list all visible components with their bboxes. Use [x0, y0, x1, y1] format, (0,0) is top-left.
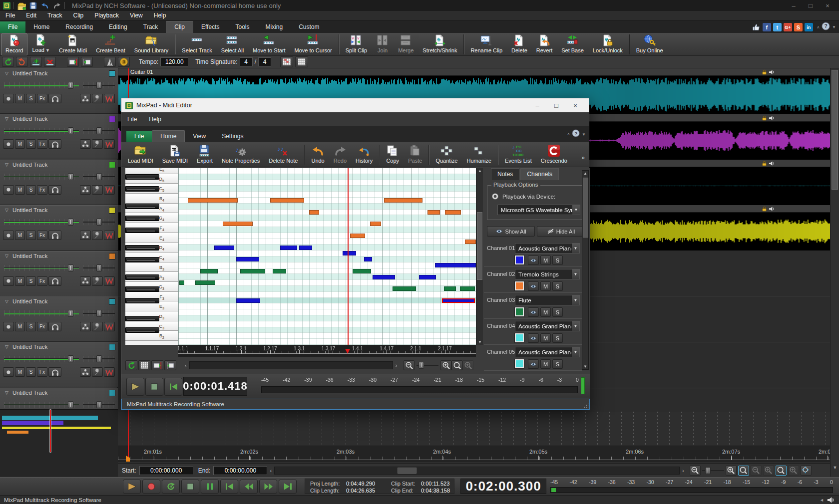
scroll-down-icon[interactable]: ▼ [476, 340, 483, 344]
midi-note[interactable] [444, 286, 456, 291]
piano-key-black[interactable] [125, 204, 159, 209]
load-button[interactable]: Load▼ [27, 33, 54, 55]
monitor-headphones-button[interactable] [48, 322, 61, 331]
channel-color-swatch[interactable] [515, 333, 524, 342]
collapse-ribbon-icon[interactable]: ˄ [817, 25, 820, 30]
midi-ruler[interactable]: 1.1.11.1.171.2.11.2.171.3.11.3.171.4.11.… [178, 345, 476, 357]
volume-slider[interactable] [4, 310, 79, 317]
track-color-swatch[interactable] [109, 253, 115, 259]
solo-button[interactable]: S [26, 185, 36, 195]
close-button[interactable]: × [819, 2, 836, 9]
volume-control[interactable]: ◄ [820, 496, 835, 504]
arm-record-button[interactable] [3, 322, 14, 331]
effects-chain-button[interactable] [80, 276, 91, 286]
menu-edit[interactable]: Edit [20, 11, 42, 20]
midi-tab-file[interactable]: File [126, 131, 152, 142]
stretch-shrink-button[interactable]: Stretch/Shrink [418, 33, 461, 55]
collapse-track-icon[interactable]: ▽ [5, 253, 8, 258]
pan-slider[interactable] [83, 173, 115, 180]
solo-button[interactable]: S [26, 276, 36, 286]
piano-keys[interactable]: E5D5C5B4A4G4F4E4D4C4B3A3G3F3E3D3C3B2 [125, 168, 178, 345]
midi-play-button[interactable] [126, 378, 144, 396]
channel-solo-button[interactable]: S [552, 333, 563, 343]
note-properties-button[interactable]: ♪Note Properties [217, 144, 264, 166]
scrollbar-thumb[interactable] [398, 468, 417, 474]
select-track-button[interactable]: Select Track [177, 33, 217, 55]
midi-note[interactable] [200, 269, 218, 273]
piano-key-B3[interactable]: B3 [125, 262, 178, 272]
zoom-out-h-button[interactable] [751, 466, 762, 476]
main-v-scrollbar[interactable]: ▼ [830, 68, 839, 477]
collapse-track-icon[interactable]: ▽ [5, 162, 8, 167]
pause-button[interactable] [201, 480, 219, 494]
create-midi-button[interactable]: Create Midi [54, 33, 91, 55]
channel-mute-button[interactable]: M [540, 359, 551, 369]
ribbon-tab-clip[interactable]: Clip [166, 21, 193, 33]
quick-redo-icon[interactable] [52, 1, 61, 9]
midi-note[interactable] [280, 246, 297, 250]
scroll-left-icon[interactable]: ‹ [182, 362, 189, 368]
show-all-button[interactable]: Show All [487, 226, 535, 237]
channel-solo-button[interactable]: S [552, 359, 563, 369]
volume-slider[interactable] [4, 173, 79, 180]
ribbon-tab-custom[interactable]: Custom [291, 21, 327, 33]
scroll-down-icon[interactable]: ▼ [582, 364, 588, 369]
select-all-button[interactable]: Select All [217, 33, 248, 55]
move-to-cursor-button[interactable]: Move to Cursor [290, 33, 337, 55]
ribbon-tab-recording[interactable]: Recording [57, 21, 101, 33]
channel-instrument-select[interactable]: Flute▼ [515, 295, 580, 305]
undo-button[interactable]: Undo [307, 144, 329, 166]
delete-button[interactable]: Delete [507, 33, 532, 55]
piano-roll-grid[interactable] [178, 168, 476, 345]
play-button[interactable] [123, 480, 141, 494]
midi-zoom-slider[interactable] [417, 362, 438, 369]
loop-playback-button[interactable] [125, 360, 137, 370]
channel-visibility-button[interactable] [528, 281, 539, 291]
channel-solo-button[interactable]: S [552, 281, 563, 291]
track-name[interactable]: Untitled Track [12, 390, 47, 396]
crescendo-button[interactable]: Crescendo [536, 144, 572, 166]
automation-button[interactable] [104, 367, 115, 377]
zoom-out-button[interactable] [404, 360, 415, 370]
fast-forward-button[interactable] [259, 480, 277, 494]
midi-note[interactable] [353, 269, 371, 273]
mute-button[interactable]: M [15, 276, 25, 286]
pan-slider[interactable] [83, 82, 115, 89]
menu-clip[interactable]: Clip [68, 11, 89, 20]
midi-note[interactable] [309, 210, 319, 215]
volume-slider[interactable] [4, 401, 79, 408]
channel-instrument-select[interactable]: Acoustic Grand Piano▼ [515, 321, 580, 331]
track-name[interactable]: Untitled Track [12, 162, 47, 168]
automation-button[interactable] [104, 185, 115, 195]
piano-key-black[interactable] [125, 216, 159, 221]
midi-note[interactable] [236, 298, 260, 303]
track-name[interactable]: Untitled Track [12, 207, 47, 213]
redo-small-button[interactable] [16, 57, 28, 67]
monitor-headphones-button[interactable] [48, 276, 61, 286]
fx-button[interactable]: Fx [37, 231, 47, 240]
solo-button[interactable]: S [26, 322, 36, 331]
lock-unlock-button[interactable]: Lock/Unlock [588, 33, 627, 55]
monitor-headphones-button[interactable] [48, 94, 61, 103]
track-color-swatch[interactable] [109, 298, 115, 305]
channel-mute-button[interactable]: M [540, 281, 551, 291]
midi-titlebar[interactable]: MixPad - Midi Editor – □ × [121, 98, 589, 112]
effects-chain-button[interactable] [80, 231, 91, 240]
fx-button[interactable]: Fx [37, 276, 47, 286]
scrollbar-thumb[interactable] [583, 178, 588, 238]
tools-wrench-button[interactable] [92, 139, 103, 149]
track-name[interactable]: Untitled Track [12, 344, 47, 350]
solo-button[interactable]: S [26, 231, 36, 240]
zoom-in-box-button[interactable] [776, 466, 787, 476]
grid-button[interactable] [295, 56, 308, 67]
menu-view[interactable]: View [124, 11, 148, 20]
tools-wrench-button[interactable] [92, 231, 103, 240]
revert-button[interactable]: Revert [532, 33, 557, 55]
piano-key-black[interactable] [125, 245, 159, 251]
tempo-field[interactable]: 120.00 [160, 57, 188, 66]
collapse-track-icon[interactable]: ▽ [5, 71, 8, 76]
track-name[interactable]: Untitled Track [12, 298, 47, 304]
midi-note[interactable] [384, 198, 422, 203]
channel-instrument-select[interactable]: Acoustic Grand Piano▼ [515, 243, 580, 253]
sound-library-button[interactable]: ♪Sound Library [130, 33, 173, 55]
